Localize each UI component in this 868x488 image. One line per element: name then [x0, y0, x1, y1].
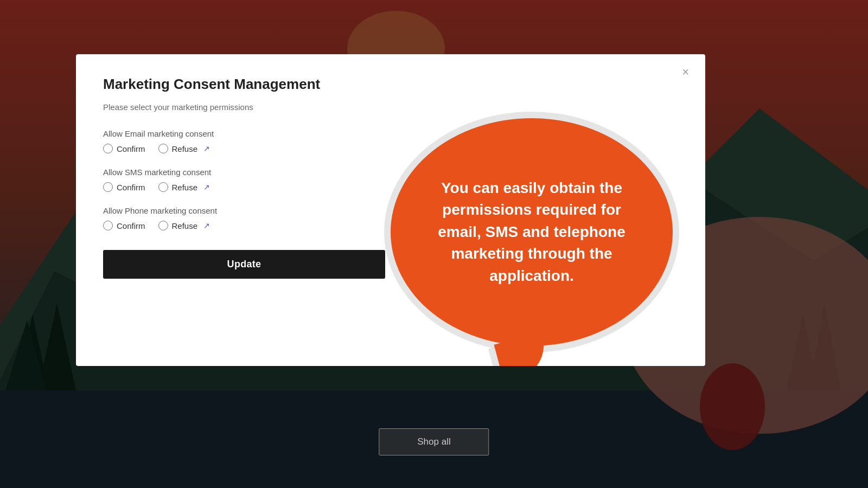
speech-bubble: You can easily obtain the permissions re…: [391, 118, 673, 346]
sms-refuse-option[interactable]: Refuse ↗: [158, 182, 210, 192]
sms-confirm-label: Confirm: [117, 183, 145, 192]
sms-consent-label: Allow SMS marketing consent: [103, 168, 385, 177]
phone-refuse-radio[interactable]: [158, 221, 168, 230]
sms-refuse-radio[interactable]: [158, 182, 168, 192]
phone-confirm-label: Confirm: [117, 221, 145, 230]
modal-body: Allow Email marketing consent Confirm Re…: [103, 129, 678, 346]
sms-confirm-option[interactable]: Confirm: [103, 182, 145, 192]
phone-refuse-label: Refuse: [172, 221, 198, 230]
bubble-text: You can easily obtain the permissions re…: [423, 177, 640, 287]
consent-form: Allow Email marketing consent Confirm Re…: [103, 129, 385, 346]
phone-external-link-icon[interactable]: ↗: [203, 221, 210, 230]
email-confirm-radio[interactable]: [103, 144, 113, 153]
phone-consent-options: Confirm Refuse ↗: [103, 221, 385, 230]
sms-consent-group: Allow SMS marketing consent Confirm Refu…: [103, 168, 385, 192]
phone-consent-label: Allow Phone marketing consent: [103, 206, 385, 215]
shop-all-button[interactable]: Shop all: [379, 428, 489, 455]
email-confirm-option[interactable]: Confirm: [103, 144, 145, 153]
shop-all-area: Shop all: [379, 428, 489, 455]
email-refuse-radio[interactable]: [158, 144, 168, 153]
phone-refuse-option[interactable]: Refuse ↗: [158, 221, 210, 230]
email-refuse-option[interactable]: Refuse ↗: [158, 144, 210, 153]
phone-confirm-option[interactable]: Confirm: [103, 221, 145, 230]
update-button[interactable]: Update: [103, 250, 385, 279]
email-external-link-icon[interactable]: ↗: [203, 144, 210, 153]
modal-close-button[interactable]: ×: [678, 64, 693, 80]
sms-confirm-radio[interactable]: [103, 182, 113, 192]
sms-refuse-label: Refuse: [172, 183, 198, 192]
modal-subtitle: Please select your marketing permissions: [103, 102, 678, 112]
email-confirm-label: Confirm: [117, 144, 145, 153]
speech-bubble-area: You can easily obtain the permissions re…: [385, 129, 678, 346]
modal-dialog: × Marketing Consent Management Please se…: [76, 54, 705, 366]
email-consent-label: Allow Email marketing consent: [103, 129, 385, 138]
phone-consent-group: Allow Phone marketing consent Confirm Re…: [103, 206, 385, 230]
email-consent-group: Allow Email marketing consent Confirm Re…: [103, 129, 385, 153]
modal-title: Marketing Consent Management: [103, 76, 678, 93]
sms-consent-options: Confirm Refuse ↗: [103, 182, 385, 192]
phone-confirm-radio[interactable]: [103, 221, 113, 230]
email-refuse-label: Refuse: [172, 144, 198, 153]
sms-external-link-icon[interactable]: ↗: [203, 183, 210, 191]
email-consent-options: Confirm Refuse ↗: [103, 144, 385, 153]
